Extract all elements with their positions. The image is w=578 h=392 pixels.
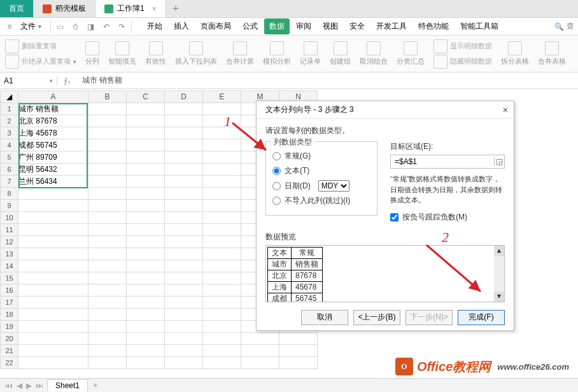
insert-dropdown-button[interactable]: 插入下拉列表: [175, 41, 217, 66]
cell[interactable]: [203, 212, 241, 224]
sheet-prev-icon[interactable]: ◀: [17, 381, 22, 390]
cell[interactable]: [165, 284, 203, 297]
tab-home[interactable]: 首页: [0, 0, 34, 17]
cell[interactable]: [165, 139, 203, 151]
cell[interactable]: [127, 272, 165, 284]
cell[interactable]: [127, 127, 165, 139]
tab-dev[interactable]: 开发工具: [371, 18, 412, 34]
row-header-10[interactable]: 10: [1, 212, 18, 224]
tab-insert[interactable]: 插入: [169, 18, 194, 34]
cell[interactable]: [18, 236, 88, 248]
cell[interactable]: [127, 164, 165, 176]
cell[interactable]: [88, 248, 127, 260]
cell[interactable]: [165, 309, 203, 321]
col-header-C[interactable]: C: [127, 91, 165, 103]
cell[interactable]: [18, 297, 88, 309]
smartfill-button[interactable]: 智能填充: [108, 41, 136, 66]
cell[interactable]: [165, 212, 203, 224]
dialog-titlebar[interactable]: 文本分列向导 - 3 步骤之 3 ✕: [257, 101, 514, 119]
cell[interactable]: [165, 115, 203, 127]
cell[interactable]: [165, 260, 203, 272]
finish-button[interactable]: 完成(F): [458, 310, 505, 325]
app-menu-icon[interactable]: ≡: [4, 21, 15, 32]
cell[interactable]: [203, 176, 241, 188]
row-header-9[interactable]: 9: [1, 200, 18, 212]
sheet-first-icon[interactable]: ⏮: [5, 381, 13, 390]
cell[interactable]: [127, 357, 165, 369]
sheet-last-icon[interactable]: ⏭: [36, 381, 43, 390]
cell[interactable]: [165, 272, 203, 284]
radio-text[interactable]: 文本(T): [272, 165, 370, 176]
cell[interactable]: [203, 115, 241, 127]
col-header-A[interactable]: A: [18, 91, 88, 103]
add-sheet-icon[interactable]: ＋: [92, 380, 99, 391]
cell[interactable]: [203, 103, 241, 115]
cell[interactable]: [127, 345, 165, 357]
cell[interactable]: [203, 345, 241, 357]
cell[interactable]: [88, 103, 127, 115]
cell[interactable]: [88, 200, 127, 212]
sheet-next-icon[interactable]: ▶: [26, 381, 32, 390]
cell[interactable]: [127, 212, 165, 224]
tab-layout[interactable]: 页面布局: [195, 18, 236, 34]
cell[interactable]: [88, 321, 127, 333]
cell[interactable]: [241, 357, 279, 369]
cell[interactable]: [88, 236, 127, 248]
cell[interactable]: [165, 236, 203, 248]
row-header-13[interactable]: 13: [1, 248, 18, 260]
formula-input[interactable]: 城市 销售额: [77, 75, 578, 86]
reject-dup-button[interactable]: 拒绝录入重复项▾: [5, 55, 76, 69]
row-header-5[interactable]: 5: [1, 151, 18, 164]
col-header-B[interactable]: B: [88, 91, 127, 103]
tab-aitool[interactable]: 智能工具箱: [455, 18, 504, 34]
cell[interactable]: [165, 127, 203, 139]
cell[interactable]: [241, 345, 279, 357]
cell[interactable]: [203, 164, 241, 176]
cell[interactable]: [18, 260, 88, 272]
cell[interactable]: 昆明 56432: [18, 164, 88, 176]
cell[interactable]: [18, 333, 88, 345]
cell[interactable]: [127, 224, 165, 236]
cell[interactable]: [127, 321, 165, 333]
cell[interactable]: [127, 236, 165, 248]
range-picker-icon[interactable]: ◲: [494, 157, 504, 166]
cell[interactable]: [127, 139, 165, 151]
tab-docer[interactable]: 稻壳模板: [34, 0, 95, 17]
cell[interactable]: [88, 212, 127, 224]
cell[interactable]: [165, 224, 203, 236]
tab-data[interactable]: 数据: [264, 18, 290, 34]
radio-date[interactable]: 日期(D) MDY: [272, 180, 370, 192]
search-button[interactable]: 🔍查: [554, 21, 574, 32]
cell[interactable]: [203, 297, 241, 309]
cell[interactable]: [165, 188, 203, 200]
text-to-columns-button[interactable]: 分列: [85, 41, 99, 66]
row-header-3[interactable]: 3: [1, 127, 18, 139]
cell[interactable]: [203, 284, 241, 297]
fx-icon[interactable]: ⨍ₓ: [57, 76, 77, 85]
cell[interactable]: [88, 139, 127, 151]
record-button[interactable]: 记录单: [300, 41, 321, 66]
cell[interactable]: [165, 345, 203, 357]
cell[interactable]: [165, 248, 203, 260]
cell[interactable]: [203, 127, 241, 139]
tab-review[interactable]: 审阅: [291, 18, 316, 34]
sheet-tab[interactable]: Sheet1: [47, 379, 88, 391]
cell[interactable]: [127, 297, 165, 309]
tab-security[interactable]: 安全: [344, 18, 370, 34]
cell[interactable]: [88, 176, 127, 188]
cell[interactable]: [88, 357, 127, 369]
cell[interactable]: [88, 309, 127, 321]
cell[interactable]: [88, 260, 127, 272]
split-table-button[interactable]: 拆分表格: [501, 41, 529, 66]
group-button[interactable]: 创建组: [330, 41, 351, 66]
cell[interactable]: [18, 345, 88, 357]
ungroup-button[interactable]: 取消组合: [360, 41, 388, 66]
file-menu[interactable]: 文件 ▼: [17, 21, 46, 32]
cell[interactable]: [165, 333, 203, 345]
cell[interactable]: [18, 309, 88, 321]
cell[interactable]: 兰州 56434: [18, 176, 88, 188]
save-icon[interactable]: ▭: [55, 21, 66, 32]
cell[interactable]: [203, 151, 241, 164]
cell[interactable]: [18, 224, 88, 236]
cell[interactable]: [127, 188, 165, 200]
